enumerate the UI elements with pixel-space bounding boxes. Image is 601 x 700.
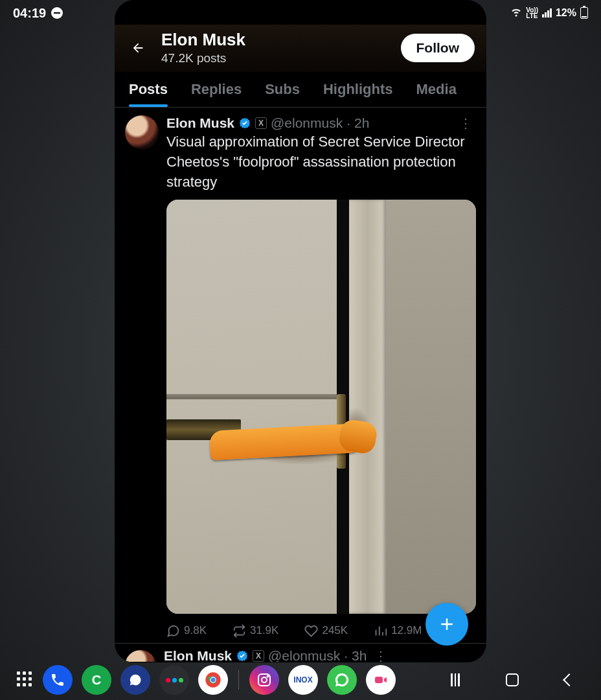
nav-back[interactable] [560,670,579,690]
profile-tabs: Posts Replies Subs Highlights Media [115,72,486,108]
phone-icon [50,672,65,688]
statusbar-left: 04:19 [13,6,63,21]
statusbar-time: 04:19 [13,6,46,21]
post-header: Elon Musk X @elonmusk · 2h ⋮ [166,115,476,131]
signal-icon [542,8,552,18]
tab-replies[interactable]: Replies [179,72,253,107]
nav-home[interactable] [503,670,522,690]
views-icon [374,624,387,638]
taskbar-separator [238,670,239,690]
whatsapp-icon [334,672,350,688]
reply-icon [166,624,180,638]
chat-icon [128,673,142,687]
chrome-icon [204,671,222,689]
follow-button[interactable]: Follow [401,34,475,62]
post-more-button[interactable]: ⋮ [455,115,476,131]
reply-count: 9.8K [184,624,207,637]
page-subtitle: 47.2K posts [161,51,389,65]
folder-dots-icon [166,678,183,682]
like-count: 245K [322,624,348,637]
header-title-block: Elon Musk 47.2K posts [161,30,389,65]
app-contacts[interactable]: C [82,665,111,695]
compose-fab[interactable] [425,603,468,646]
app-frame: Elon Musk 47.2K posts Follow Posts Repli… [115,0,486,662]
device-taskbar: C INOX [0,660,601,700]
nav-recents[interactable] [446,670,465,690]
app-whatsapp[interactable] [327,665,357,695]
battery-icon [580,7,588,19]
app-phone[interactable] [43,665,73,695]
battery-text: 12% [556,7,576,19]
x-premium-badge: X [255,117,267,129]
avatar[interactable] [125,115,159,149]
post-text: Visual approximation of Secret Service D… [166,132,476,192]
app-instagram[interactable] [249,665,279,695]
post-time[interactable]: 2h [354,115,369,131]
feed[interactable]: Elon Musk X @elonmusk · 2h ⋮ Visual appr… [115,108,486,662]
post-sep: · [346,115,350,131]
arrow-left-icon [131,41,145,55]
apps-grid-button[interactable] [17,671,34,688]
retweet-icon [232,624,246,638]
post[interactable]: Elon Musk X @elonmusk · 3h ⋮ [115,644,486,662]
app-chrome[interactable] [198,665,228,695]
lte-badge: Vo)) LTE [526,7,538,19]
app-inox[interactable]: INOX [288,665,318,695]
post-handle[interactable]: @elonmusk [271,115,343,131]
svg-point-4 [262,677,267,682]
page-title: Elon Musk [161,30,389,50]
tab-posts[interactable]: Posts [117,72,179,107]
video-icon [373,672,389,688]
tab-media[interactable]: Media [405,72,468,107]
post-media[interactable] [166,200,476,613]
dnd-icon [51,7,63,19]
wifi-icon [510,6,522,20]
app-folder[interactable] [159,665,189,695]
views-button[interactable]: 12.9M [374,624,422,638]
app-messages[interactable] [120,665,150,695]
svg-point-5 [267,676,269,677]
post-display-name[interactable]: Elon Musk [166,115,234,131]
reply-button[interactable]: 9.8K [166,624,207,638]
post[interactable]: Elon Musk X @elonmusk · 2h ⋮ Visual appr… [115,108,486,644]
views-count: 12.9M [391,624,422,637]
app-video[interactable] [366,665,396,695]
svg-point-2 [211,678,216,682]
retweet-count: 31.9K [250,624,278,637]
plus-icon [437,614,457,634]
nav-buttons [446,670,584,690]
svg-rect-6 [375,677,383,683]
heart-icon [304,624,318,638]
tab-highlights[interactable]: Highlights [312,72,405,107]
retweet-button[interactable]: 31.9K [232,624,278,638]
instagram-icon [256,672,272,688]
verified-badge-icon [238,117,251,130]
back-button[interactable] [126,36,150,60]
like-button[interactable]: 245K [304,624,348,638]
statusbar-right: Vo)) LTE 12% [510,6,588,20]
app-header: Elon Musk 47.2K posts Follow [115,25,486,72]
tab-subs[interactable]: Subs [253,72,312,107]
